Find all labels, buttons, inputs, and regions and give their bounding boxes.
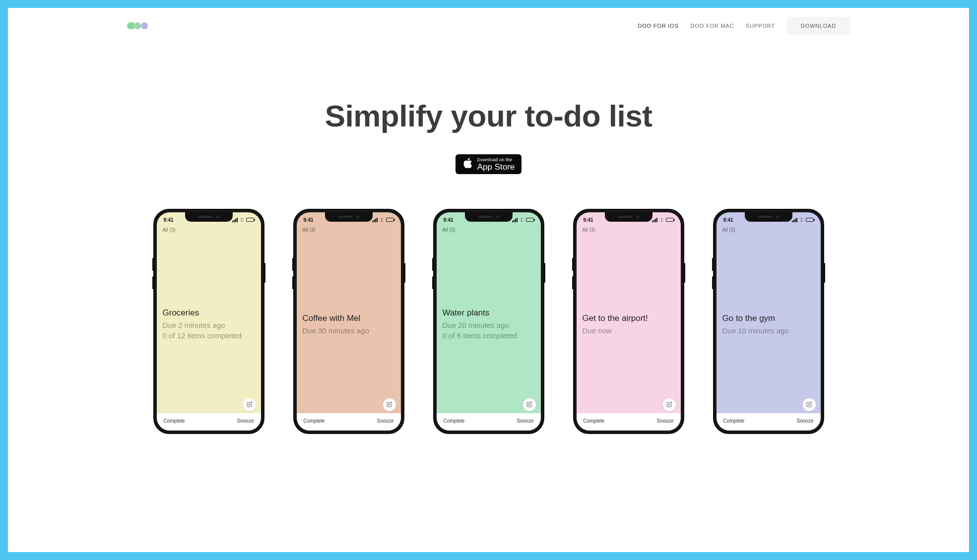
phone-notch [325, 212, 373, 222]
hero-title: Simplify your to-do list [8, 98, 969, 133]
signal-icon [232, 218, 238, 222]
logo-o1-icon [134, 22, 141, 29]
phone-notch [465, 212, 513, 222]
card-list-label: All (3) [157, 224, 261, 236]
snooze-button[interactable]: Snooze [377, 418, 394, 424]
signal-icon [372, 218, 378, 222]
logo-d-icon [127, 22, 134, 29]
task-due: Due now [583, 325, 675, 336]
status-time: 9:41 [444, 217, 454, 223]
download-button[interactable]: DOWNLOAD [787, 17, 850, 35]
task-progress: 0 of 12 items completed [163, 330, 255, 341]
battery-icon [246, 218, 254, 222]
top-nav: DOO FOR IOS DOO FOR MAC SUPPORT DOWNLOAD [8, 8, 969, 44]
complete-button[interactable]: Complete [164, 418, 185, 424]
battery-icon [526, 218, 534, 222]
snooze-button[interactable]: Snooze [657, 418, 674, 424]
app-store-big-text: App Store [477, 163, 515, 171]
phones-row: 9:41 All (3) Groceries Due 2 minutes ago… [8, 174, 969, 434]
edit-button[interactable] [803, 398, 816, 411]
phone-notch [605, 212, 652, 222]
edit-button[interactable] [243, 398, 256, 411]
snooze-button[interactable]: Snooze [797, 418, 814, 424]
battery-icon [666, 218, 674, 222]
task-progress: 0 of 6 items completed [443, 330, 535, 341]
edit-icon [387, 400, 392, 409]
signal-icon [512, 218, 518, 222]
phone-mockup: 9:41 All (3) Get to the airport! Due now [573, 209, 684, 434]
edit-button[interactable] [523, 398, 536, 411]
apple-icon [462, 157, 472, 171]
nav-link-mac[interactable]: DOO FOR MAC [691, 23, 734, 29]
battery-icon [806, 218, 814, 222]
edit-button[interactable] [383, 398, 396, 411]
complete-button[interactable]: Complete [444, 418, 465, 424]
task-due: Due 20 minutes ago [443, 320, 535, 330]
nav-link-ios[interactable]: DOO FOR IOS [638, 23, 678, 29]
status-time: 9:41 [723, 217, 733, 223]
status-time: 9:41 [584, 217, 593, 223]
status-time: 9:41 [164, 217, 174, 223]
card-list-label: All (3) [297, 224, 401, 236]
status-time: 9:41 [304, 217, 314, 223]
hero: Simplify your to-do list Download on the… [8, 44, 969, 174]
task-title: Water plants [443, 308, 535, 318]
wifi-icon [379, 217, 385, 223]
phone-mockup: 9:41 All (3) Go to the gym Due 10 minute… [713, 209, 824, 434]
edit-icon [806, 400, 812, 409]
task-title: Groceries [163, 308, 255, 318]
wifi-icon [659, 217, 664, 223]
logo-o2-icon [141, 22, 148, 29]
page-viewport[interactable]: DOO FOR IOS DOO FOR MAC SUPPORT DOWNLOAD… [8, 8, 969, 552]
phone-notch [185, 212, 233, 222]
task-due: Due 30 minutes ago [303, 325, 395, 336]
battery-icon [386, 218, 394, 222]
complete-button[interactable]: Complete [304, 418, 325, 424]
card-list-label: All (3) [577, 224, 681, 236]
wifi-icon [799, 217, 804, 223]
wifi-icon [519, 217, 524, 223]
snooze-button[interactable]: Snooze [517, 418, 534, 424]
edit-icon [526, 400, 532, 409]
phone-notch [745, 212, 792, 222]
edit-button[interactable] [663, 398, 676, 411]
logo[interactable] [127, 22, 148, 29]
complete-button[interactable]: Complete [584, 418, 605, 424]
signal-icon [652, 218, 657, 222]
app-store-button[interactable]: Download on the App Store [456, 154, 522, 174]
snooze-button[interactable]: Snooze [237, 418, 254, 424]
complete-button[interactable]: Complete [723, 418, 745, 424]
task-title: Go to the gym [722, 313, 815, 323]
nav-link-support[interactable]: SUPPORT [746, 23, 775, 29]
app-store-small-text: Download on the [477, 158, 515, 162]
task-due: Due 10 minutes ago [722, 325, 815, 336]
card-list-label: All (3) [716, 224, 821, 236]
task-title: Get to the airport! [583, 313, 675, 323]
wifi-icon [239, 217, 245, 223]
phone-mockup: 9:41 All (3) Coffee with Mel Due 30 minu… [293, 209, 404, 434]
phone-mockup: 9:41 All (3) Water plants Due 20 minutes… [433, 209, 544, 434]
nav-links: DOO FOR IOS DOO FOR MAC SUPPORT DOWNLOAD [638, 17, 850, 35]
signal-icon [792, 218, 797, 222]
task-title: Coffee with Mel [303, 313, 395, 323]
task-due: Due 2 minutes ago [163, 320, 255, 330]
edit-icon [247, 400, 253, 409]
card-list-label: All (3) [437, 224, 541, 236]
phone-mockup: 9:41 All (3) Groceries Due 2 minutes ago… [153, 209, 264, 434]
edit-icon [666, 400, 672, 409]
